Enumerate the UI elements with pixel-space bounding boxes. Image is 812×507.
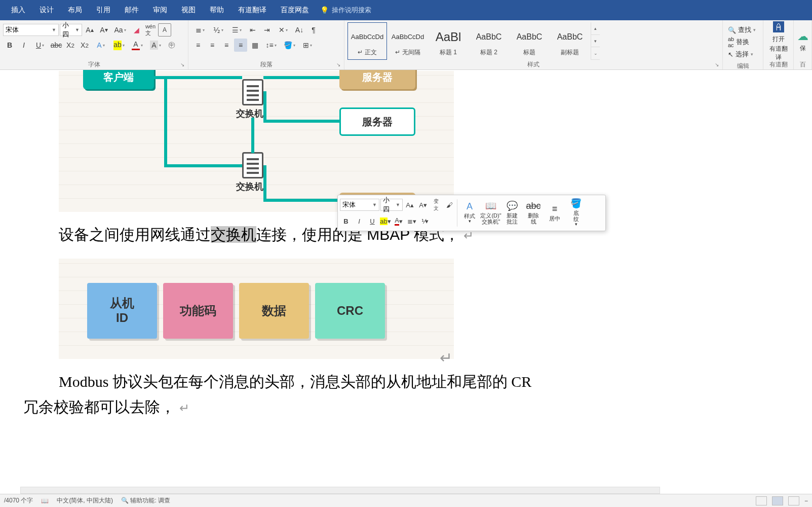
font-size-combo[interactable]: 小四▼ [60, 24, 82, 36]
mini-shading[interactable]: 🪣底纹▾ [565, 197, 587, 229]
subscript-button[interactable]: X2 [64, 39, 77, 52]
comment-icon: 💬 [507, 201, 518, 212]
show-marks-button[interactable]: ¶ [307, 23, 320, 37]
mini-font-color[interactable]: A▾ [393, 215, 405, 227]
view-read-mode[interactable] [756, 496, 767, 505]
text-effects-button[interactable]: A▾ [92, 39, 109, 52]
mini-grow-font[interactable]: A▴ [404, 199, 416, 211]
baidu-button[interactable]: ☁ 保 [797, 22, 808, 60]
find-button[interactable]: 🔍查找▾ [727, 24, 757, 35]
mini-format-painter[interactable]: 🖌 [443, 199, 455, 211]
select-button[interactable]: ↖选择▾ [727, 49, 757, 60]
phonetic-guide-button[interactable]: wén文 [144, 23, 157, 37]
diagram-client-box: 客户端 [83, 70, 154, 89]
accessibility-status[interactable]: 🔍 辅助功能: 调查 [121, 496, 170, 505]
mini-font-name[interactable]: 宋体▼ [340, 199, 379, 211]
justify-button[interactable]: ≡ [234, 39, 247, 52]
mini-strike[interactable]: abc删除线 [523, 197, 544, 229]
change-case-button[interactable]: Aa▾ [111, 23, 129, 37]
mini-underline[interactable]: U [366, 215, 378, 227]
bold-button[interactable]: B [3, 39, 16, 52]
line-spacing-button[interactable]: ↕≡▾ [262, 39, 280, 52]
body-line-3[interactable]: 冗余校验都可以去除，↵ [23, 395, 189, 418]
styles-dialog-launcher[interactable]: ↘ [715, 62, 721, 68]
language-status[interactable]: 中文(简体, 中国大陆) [57, 496, 113, 505]
diagram-switch1-label: 交换机 [236, 107, 263, 120]
distributed-button[interactable]: ▦ [248, 39, 261, 52]
font-dialog-launcher[interactable]: ↘ [180, 62, 186, 68]
font-name-combo[interactable]: 宋体▼ [3, 24, 59, 36]
italic-button[interactable]: I [17, 39, 30, 52]
mini-define[interactable]: 📖定义(D)"交换机" [480, 197, 501, 229]
horizontal-scrollbar[interactable] [20, 487, 660, 494]
shading-button[interactable]: 🪣▾ [281, 39, 298, 52]
view-web-layout[interactable] [788, 496, 799, 505]
zoom-out-button[interactable]: − [804, 497, 808, 504]
highlight-button[interactable]: ab▾ [110, 39, 128, 52]
menu-youdao[interactable]: 有道翻译 [231, 0, 274, 20]
style-normal[interactable]: AaBbCcDd↵ 正文 [347, 22, 387, 60]
search-icon: 🔍 [728, 26, 736, 34]
ribbon-group-baidu: ☁ 保 百度 [794, 20, 812, 69]
menu-references[interactable]: 引用 [89, 0, 118, 20]
superscript-button[interactable]: X2 [78, 39, 91, 52]
menu-help[interactable]: 帮助 [203, 0, 231, 20]
style-nospacing[interactable]: AaBbCcDd↵ 无间隔 [388, 22, 428, 60]
pkt-funccode: 功能码 [163, 283, 233, 339]
align-left-button[interactable]: ≡ [191, 39, 205, 52]
shrink-font-button[interactable]: A▾ [97, 23, 110, 37]
menu-design[interactable]: 设计 [32, 0, 61, 20]
spell-check-icon[interactable]: 📖 [41, 497, 49, 504]
document-area[interactable]: 客户端 服务器 服务器 交换机 交换机 设备之间使用网线通过交换机连接，使用的是… [0, 70, 812, 486]
style-title[interactable]: AaBbC标题 [510, 22, 549, 60]
underline-button[interactable]: U▾ [31, 39, 49, 52]
word-count[interactable]: /4070 个字 [4, 496, 33, 505]
menu-review[interactable]: 审阅 [146, 0, 174, 20]
multilevel-list-button[interactable]: ☰▾ [228, 23, 245, 37]
mini-bullets[interactable]: ≣▾ [406, 215, 418, 227]
sort-button[interactable]: A↓ [293, 23, 306, 37]
replace-button[interactable]: abac替换 [727, 37, 757, 48]
char-border-button[interactable]: ㊥ [165, 39, 178, 52]
enclose-char-button[interactable]: A [158, 23, 171, 37]
body-line-2[interactable]: Modbus 协议头包在每个消息的头部，消息头部的从机地址和尾部的 CR [59, 370, 531, 393]
clear-formatting-button[interactable]: ◢ [130, 23, 143, 37]
tell-me-search[interactable]: 操作说明搜索 [332, 6, 371, 15]
char-shading-button[interactable]: A▾ [147, 39, 164, 52]
numbering-button[interactable]: ⅟₂▾ [210, 23, 227, 37]
style-gallery-spinner[interactable]: ▴▾⌄ [591, 22, 600, 60]
selected-text: 交换机 [211, 226, 256, 243]
asian-layout-button[interactable]: ✕▾ [275, 23, 292, 37]
mini-font-size[interactable]: 小四▼ [380, 199, 403, 211]
font-color-button[interactable]: A▾ [129, 39, 146, 52]
borders-button[interactable]: ⊞▾ [299, 39, 316, 52]
mini-comment[interactable]: 💬新建批注 [501, 197, 523, 229]
mini-center[interactable]: ≡居中 [544, 197, 565, 229]
menu-view[interactable]: 视图 [174, 0, 203, 20]
mini-styles[interactable]: A样式▾ [459, 197, 480, 229]
mini-phonetic[interactable]: 变文 [430, 199, 442, 211]
replace-icon: abac [728, 36, 734, 48]
mini-bold[interactable]: B [340, 215, 352, 227]
bullets-button[interactable]: ≣▾ [191, 23, 209, 37]
mini-highlight[interactable]: ab▾ [379, 215, 392, 227]
mini-shrink-font[interactable]: A▾ [417, 199, 429, 211]
align-center-button[interactable]: ≡ [206, 39, 219, 52]
mini-italic[interactable]: I [353, 215, 365, 227]
align-right-button[interactable]: ≡ [220, 39, 233, 52]
paragraph-dialog-launcher[interactable]: ↘ [336, 62, 342, 68]
view-print-layout[interactable] [772, 496, 783, 505]
style-subtitle[interactable]: AaBbC副标题 [550, 22, 590, 60]
grow-font-button[interactable]: A▴ [83, 23, 96, 37]
menu-layout[interactable]: 布局 [61, 0, 89, 20]
style-heading1[interactable]: AaBl标题 1 [429, 22, 468, 60]
decrease-indent-button[interactable]: ⇤ [246, 23, 259, 37]
increase-indent-button[interactable]: ⇥ [260, 23, 274, 37]
menu-insert[interactable]: 插入 [4, 0, 32, 20]
style-heading2[interactable]: AaBbC标题 2 [469, 22, 509, 60]
menu-baidu[interactable]: 百度网盘 [274, 0, 316, 20]
menu-mailings[interactable]: 邮件 [118, 0, 146, 20]
youdao-open-button[interactable]: 🅰 打开 有道翻译 [766, 22, 790, 60]
strikethrough-button[interactable]: abc [50, 39, 63, 52]
mini-numbering[interactable]: ⅟▾ [419, 215, 431, 227]
